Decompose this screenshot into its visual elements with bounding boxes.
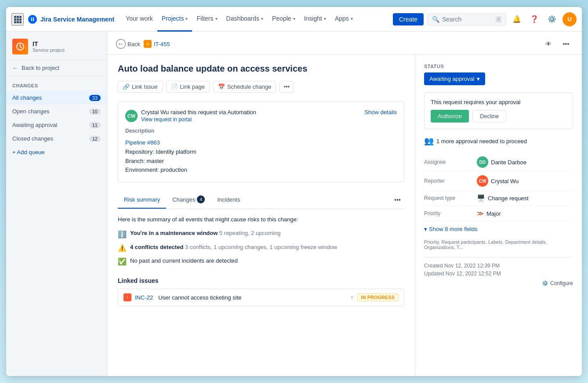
raised-by-info: CW Crystal Wu raised this request via Au… xyxy=(125,109,256,123)
nav-projects[interactable]: Projects ▾ xyxy=(157,7,192,32)
check-icon: ✅ xyxy=(118,257,127,266)
fields-hint: Priority, Request participants, Labels, … xyxy=(424,239,573,250)
sidebar-item-label: All changes xyxy=(12,94,42,101)
risk-detail-text: 3 conflicts, 1 upcoming changes, 1 upcom… xyxy=(185,244,337,250)
nav-insight[interactable]: Insight ▾ xyxy=(300,7,330,32)
request-type-icon: 🖥️ xyxy=(477,194,485,202)
request-type-label: Request type xyxy=(424,195,472,201)
reporter-avatar: CW xyxy=(477,175,488,187)
issue-title: Auto load balance update on access servi… xyxy=(118,64,404,74)
chevron-down-icon: ▾ xyxy=(261,16,263,21)
sidebar-item-closed-changes[interactable]: Closed changes 12 xyxy=(6,132,107,145)
back-arrow-icon: ← xyxy=(12,65,18,71)
link-page-button[interactable]: 📄 Link page xyxy=(166,81,210,93)
watch-button[interactable]: 👁 xyxy=(541,37,555,51)
add-queue-button[interactable]: + Add queue xyxy=(6,145,107,159)
svg-rect-4 xyxy=(17,18,19,21)
link-issue-button[interactable]: 🔗 Link Issue xyxy=(118,81,163,93)
status-badge: IN PROGRESS xyxy=(357,293,399,301)
raised-action: raised this request via Automation xyxy=(171,109,256,116)
sidebar: IT Service project ← Back to project Cha… xyxy=(6,32,107,376)
right-panel: STATUS Awaiting approval ▾ This request … xyxy=(415,55,582,376)
user-avatar[interactable]: U xyxy=(563,12,577,26)
view-portal-link[interactable]: View request in portal xyxy=(141,116,256,123)
request-type-value: 🖥️ Change request xyxy=(477,194,529,202)
project-header: IT Service project xyxy=(6,32,107,60)
nav-apps[interactable]: Apps ▾ xyxy=(330,7,357,32)
sidebar-item-all-changes[interactable]: All changes 33 xyxy=(6,91,107,105)
changes-count-badge: 4 xyxy=(197,195,205,203)
help-button[interactable]: ❓ xyxy=(527,12,541,26)
sidebar-item-awaiting-approval[interactable]: Awaiting approval 11 xyxy=(6,118,107,132)
tab-incidents[interactable]: Incidents xyxy=(211,191,246,209)
project-info: IT Service project xyxy=(33,40,65,53)
chevron-down-icon: ▾ xyxy=(293,16,295,21)
tab-risk-summary[interactable]: Risk summary xyxy=(118,191,166,209)
repository-text: Repository: Identity platform xyxy=(125,148,196,155)
svg-rect-0 xyxy=(14,16,16,18)
sidebar-item-label: Awaiting approval xyxy=(12,122,57,128)
gear-icon: ⚙️ xyxy=(542,280,548,286)
tab-changes[interactable]: Changes 4 xyxy=(166,191,211,209)
nav-right-controls: 🔍 Search / 🔔 ❓ ⚙️ U xyxy=(427,12,577,26)
sidebar-item-label: Closed changes xyxy=(12,135,53,142)
header-actions: 👁 ••• xyxy=(541,37,573,51)
status-button[interactable]: Awaiting approval ▾ xyxy=(424,72,485,85)
notifications-button[interactable]: 🔔 xyxy=(510,12,524,26)
risk-main-text: No past and current incidents are detect… xyxy=(130,257,238,264)
more-options-button[interactable]: ••• xyxy=(559,37,573,51)
risk-item-maintenance: ℹ️ You're in a maintenance window 5 repe… xyxy=(118,227,404,241)
issue-key[interactable]: ⚡ IT-455 xyxy=(144,40,170,48)
back-to-project-button[interactable]: ← Back to project xyxy=(6,60,107,76)
linked-issues-label: Linked issues xyxy=(118,277,404,284)
back-label: Back xyxy=(127,41,140,47)
back-button[interactable]: ← Back xyxy=(116,39,140,49)
assignee-avatar: DD xyxy=(477,156,488,168)
branch-text: Branch: master xyxy=(125,158,164,164)
search-bar[interactable]: 🔍 Search / xyxy=(427,13,506,25)
nav-people[interactable]: People ▾ xyxy=(268,7,300,32)
project-icon xyxy=(12,39,28,54)
linked-issue-key[interactable]: INC-22 xyxy=(135,294,153,301)
risk-main-text: You're in a maintenance window xyxy=(130,230,218,236)
search-placeholder: Search xyxy=(442,16,461,23)
sidebar-item-open-changes[interactable]: Open changes 10 xyxy=(6,105,107,118)
priority-value: ≫ Major xyxy=(477,210,501,217)
meta-section: Created Nov 12, 2022 12:39 PM Updated No… xyxy=(424,257,573,286)
pipeline-link[interactable]: Pipeline #863 xyxy=(125,139,160,146)
priority-icon: ↑ xyxy=(351,294,354,301)
risk-detail-text: 5 repeating, 2 upcoming xyxy=(219,230,280,236)
linked-issue-row: ! INC-22 User cannot access ticketing si… xyxy=(118,289,404,306)
raised-by-text: Crystal Wu raised this request via Autom… xyxy=(141,109,256,123)
app-logo[interactable]: Jira Service Management xyxy=(27,14,114,25)
approval-buttons: Authorize Decline xyxy=(431,110,566,123)
sidebar-item-count: 10 xyxy=(89,108,101,115)
settings-button[interactable]: ⚙️ xyxy=(545,12,559,26)
configure-button[interactable]: ⚙️ Configure xyxy=(542,280,573,286)
nav-your-work[interactable]: Your work xyxy=(121,7,157,32)
show-more-fields-button[interactable]: ▾ Show 8 more fields xyxy=(424,221,573,237)
decline-button[interactable]: Decline xyxy=(472,110,506,123)
create-button[interactable]: Create xyxy=(393,13,424,25)
page-icon: 📄 xyxy=(171,83,178,90)
schedule-change-button[interactable]: 📅 Schedule change xyxy=(213,81,276,93)
issue-header: ← Back ⚡ IT-455 👁 ••• xyxy=(107,32,582,55)
show-details-link[interactable]: Show details xyxy=(364,109,397,116)
priority-icon: ≫ xyxy=(477,210,484,217)
assignee-label: Assignee xyxy=(424,159,472,165)
linked-issue-title: User cannot access ticketing site xyxy=(158,294,347,301)
authorize-button[interactable]: Authorize xyxy=(431,110,469,123)
nav-dashboards[interactable]: Dashboards ▾ xyxy=(222,7,268,32)
tabs-more-button[interactable]: ••• xyxy=(391,193,404,207)
meta-actions: ⚙️ Configure xyxy=(424,280,573,286)
nav-filters[interactable]: Filters ▾ xyxy=(192,7,221,32)
issue-body: Auto load balance update on access servi… xyxy=(107,55,582,376)
project-type: Service project xyxy=(33,47,65,53)
top-navigation: Jira Service Management Your work Projec… xyxy=(6,7,582,32)
sidebar-item-count: 12 xyxy=(89,136,101,142)
chevron-down-icon: ▾ xyxy=(215,16,218,21)
more-actions-button[interactable]: ••• xyxy=(279,81,294,93)
grid-menu-icon[interactable] xyxy=(11,13,24,25)
description-content: Pipeline #863 Repository: Identity platf… xyxy=(125,138,397,175)
updated-date: Updated Nov 12, 2022 12:52 PM xyxy=(424,271,573,277)
